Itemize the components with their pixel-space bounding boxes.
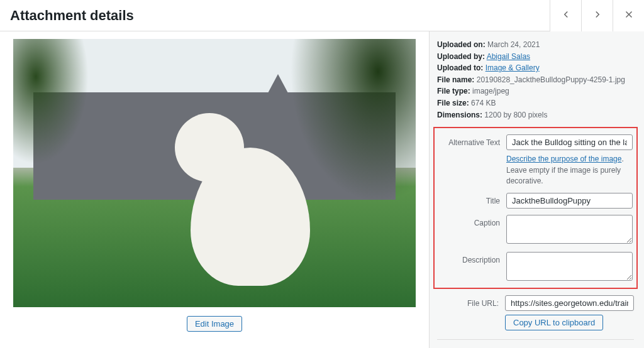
alt-help-link[interactable]: Describe the purpose of the image [506,155,621,163]
edit-image-wrap: Edit Image [187,316,242,332]
meta-file-name: File name: 20190828_JacktheBulldogPuppy-… [437,74,634,86]
meta-file-size: File size: 674 KB [437,97,634,109]
meta-value: March 24, 2021 [487,40,540,49]
setting-title: Title [438,193,633,209]
highlighted-fields: Alternative Text Describe the purpose of… [433,127,638,289]
next-button[interactable] [581,0,613,31]
meta-file-type: File type: image/jpeg [437,85,634,97]
uploaded-by-link[interactable]: Abigail Salas [487,52,530,61]
setting-caption: Caption [438,215,633,246]
settings-section: Alternative Text Describe the purpose of… [437,127,634,330]
header-nav [550,0,644,31]
chevron-right-icon [592,9,603,23]
file-url-input[interactable] [505,295,634,311]
tree-shape [290,39,416,202]
meta-uploaded-to: Uploaded to: Image & Gallery [437,62,634,74]
image-panel: Edit Image [0,31,429,348]
setting-alt-text: Alternative Text Describe the purpose of… [438,134,633,187]
meta-label: Uploaded by: [437,52,485,61]
attachment-details-modal: Attachment details [0,0,644,348]
details-panel: Uploaded on: March 24, 2021 Uploaded by:… [429,31,644,348]
meta-label: Dimensions: [437,111,482,119]
close-icon [623,9,635,23]
modal-content: Edit Image Uploaded on: March 24, 2021 U… [0,31,644,348]
attachment-actions: View attachment page | Edit more details… [437,339,634,348]
meta-value: image/jpeg [472,87,509,95]
meta-value: 1200 by 800 pixels [484,111,547,119]
tree-shape [13,39,89,165]
meta-label: File name: [437,75,474,84]
meta-dimensions: Dimensions: 1200 by 800 pixels [437,109,634,121]
edit-image-button[interactable]: Edit Image [187,316,242,332]
close-button[interactable] [613,0,644,31]
uploaded-to-link[interactable]: Image & Gallery [486,63,540,72]
title-label: Title [438,193,506,205]
file-url-label: File URL: [437,295,505,308]
alt-text-input[interactable] [506,134,633,150]
meta-label: File type: [437,87,470,95]
caption-textarea[interactable] [506,215,633,244]
setting-description: Description [438,252,633,283]
meta-value: 20190828_JacktheBulldogPuppy-4259-1.jpg [477,75,625,84]
meta-label: File size: [437,99,469,107]
copy-url-button[interactable]: Copy URL to clipboard [505,315,603,330]
page-title: Attachment details [10,8,134,24]
caption-label: Caption [438,215,506,227]
meta-uploaded-by: Uploaded by: Abigail Salas [437,51,634,63]
alt-text-help: Describe the purpose of the image. Leave… [506,154,633,187]
meta-label: Uploaded on: [437,40,486,49]
attachment-image [13,39,416,307]
chevron-left-icon [560,9,572,23]
modal-header: Attachment details [0,0,644,31]
setting-file-url: File URL: Copy URL to clipboard [437,295,634,330]
prev-button[interactable] [550,0,581,31]
meta-value: 674 KB [471,99,496,107]
meta-label: Uploaded to: [437,63,483,72]
meta-uploaded-on: Uploaded on: March 24, 2021 [437,39,634,51]
description-textarea[interactable] [506,252,633,281]
description-label: Description [438,252,506,264]
title-input[interactable] [506,193,633,209]
alt-text-label: Alternative Text [438,134,506,147]
